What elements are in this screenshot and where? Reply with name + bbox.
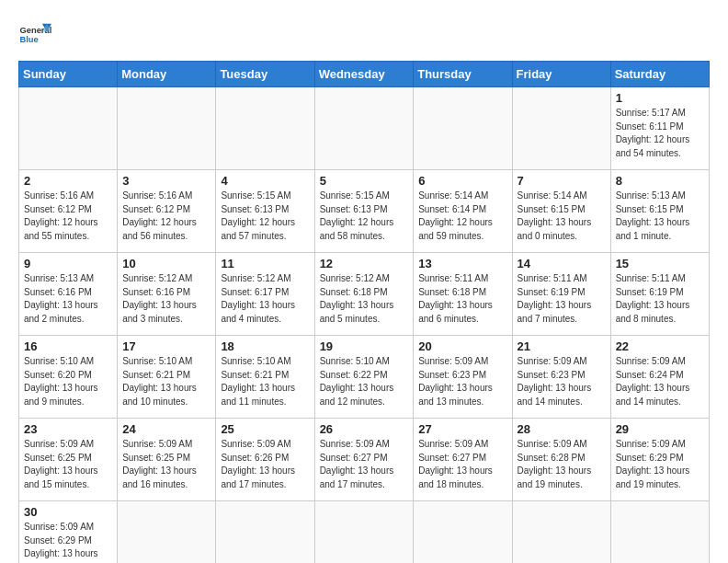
logo-icon: General Blue bbox=[18, 18, 51, 52]
day-info: Sunrise: 5:15 AM Sunset: 6:13 PM Dayligh… bbox=[221, 190, 309, 243]
day-info: Sunrise: 5:10 AM Sunset: 6:21 PM Dayligh… bbox=[221, 355, 309, 408]
day-number: 24 bbox=[122, 422, 210, 436]
calendar-week-row: 9Sunrise: 5:13 AM Sunset: 6:16 PM Daylig… bbox=[19, 253, 710, 336]
calendar-cell: 16Sunrise: 5:10 AM Sunset: 6:20 PM Dayli… bbox=[19, 336, 118, 419]
calendar-cell: 29Sunrise: 5:09 AM Sunset: 6:29 PM Dayli… bbox=[610, 419, 709, 501]
day-number: 29 bbox=[616, 422, 704, 436]
calendar-cell: 3Sunrise: 5:16 AM Sunset: 6:12 PM Daylig… bbox=[118, 170, 216, 253]
day-number: 12 bbox=[320, 257, 409, 270]
day-number: 15 bbox=[616, 257, 704, 270]
calendar-cell: 15Sunrise: 5:11 AM Sunset: 6:19 PM Dayli… bbox=[610, 253, 709, 336]
day-info: Sunrise: 5:09 AM Sunset: 6:29 PM Dayligh… bbox=[24, 521, 112, 563]
day-info: Sunrise: 5:10 AM Sunset: 6:21 PM Dayligh… bbox=[122, 355, 210, 408]
weekday-header-saturday: Saturday bbox=[610, 62, 709, 87]
calendar-week-row: 2Sunrise: 5:16 AM Sunset: 6:12 PM Daylig… bbox=[19, 170, 710, 253]
calendar-cell: 4Sunrise: 5:15 AM Sunset: 6:13 PM Daylig… bbox=[216, 170, 314, 253]
day-info: Sunrise: 5:15 AM Sunset: 6:13 PM Dayligh… bbox=[320, 190, 409, 243]
day-info: Sunrise: 5:11 AM Sunset: 6:19 PM Dayligh… bbox=[518, 272, 606, 326]
day-info: Sunrise: 5:12 AM Sunset: 6:18 PM Dayligh… bbox=[320, 272, 409, 326]
day-number: 9 bbox=[24, 257, 112, 270]
calendar-cell bbox=[19, 87, 118, 170]
calendar-cell: 9Sunrise: 5:13 AM Sunset: 6:16 PM Daylig… bbox=[19, 253, 118, 336]
calendar-cell: 8Sunrise: 5:13 AM Sunset: 6:15 PM Daylig… bbox=[610, 170, 709, 253]
calendar-cell bbox=[610, 501, 709, 564]
day-number: 28 bbox=[518, 422, 606, 436]
day-info: Sunrise: 5:11 AM Sunset: 6:19 PM Dayligh… bbox=[616, 272, 704, 326]
calendar-cell: 25Sunrise: 5:09 AM Sunset: 6:26 PM Dayli… bbox=[216, 419, 314, 501]
calendar-cell: 12Sunrise: 5:12 AM Sunset: 6:18 PM Dayli… bbox=[314, 253, 414, 336]
calendar-cell bbox=[414, 87, 512, 170]
day-number: 17 bbox=[122, 339, 210, 353]
day-number: 18 bbox=[221, 339, 309, 353]
calendar-cell: 30Sunrise: 5:09 AM Sunset: 6:29 PM Dayli… bbox=[19, 501, 118, 564]
calendar-cell bbox=[512, 501, 610, 564]
day-number: 5 bbox=[320, 174, 409, 188]
day-info: Sunrise: 5:13 AM Sunset: 6:15 PM Dayligh… bbox=[616, 190, 704, 243]
day-info: Sunrise: 5:09 AM Sunset: 6:29 PM Dayligh… bbox=[616, 438, 704, 491]
header: General Blue bbox=[18, 18, 710, 52]
calendar-cell: 7Sunrise: 5:14 AM Sunset: 6:15 PM Daylig… bbox=[512, 170, 610, 253]
day-number: 11 bbox=[221, 257, 309, 270]
calendar-cell: 13Sunrise: 5:11 AM Sunset: 6:18 PM Dayli… bbox=[414, 253, 512, 336]
calendar-cell: 19Sunrise: 5:10 AM Sunset: 6:22 PM Dayli… bbox=[314, 336, 414, 419]
day-info: Sunrise: 5:09 AM Sunset: 6:27 PM Dayligh… bbox=[418, 438, 506, 491]
day-number: 2 bbox=[24, 174, 112, 188]
day-number: 22 bbox=[616, 339, 704, 353]
calendar-cell: 22Sunrise: 5:09 AM Sunset: 6:24 PM Dayli… bbox=[610, 336, 709, 419]
day-info: Sunrise: 5:12 AM Sunset: 6:17 PM Dayligh… bbox=[221, 272, 309, 326]
day-number: 13 bbox=[418, 257, 506, 270]
logo: General Blue bbox=[18, 18, 51, 52]
day-info: Sunrise: 5:09 AM Sunset: 6:23 PM Dayligh… bbox=[518, 355, 606, 408]
calendar-cell bbox=[118, 87, 216, 170]
calendar-cell: 11Sunrise: 5:12 AM Sunset: 6:17 PM Dayli… bbox=[216, 253, 314, 336]
day-info: Sunrise: 5:09 AM Sunset: 6:28 PM Dayligh… bbox=[518, 438, 606, 491]
day-info: Sunrise: 5:09 AM Sunset: 6:23 PM Dayligh… bbox=[418, 355, 506, 408]
calendar-week-row: 23Sunrise: 5:09 AM Sunset: 6:25 PM Dayli… bbox=[19, 419, 710, 501]
calendar-cell: 20Sunrise: 5:09 AM Sunset: 6:23 PM Dayli… bbox=[414, 336, 512, 419]
calendar-cell: 18Sunrise: 5:10 AM Sunset: 6:21 PM Dayli… bbox=[216, 336, 314, 419]
calendar-cell: 26Sunrise: 5:09 AM Sunset: 6:27 PM Dayli… bbox=[314, 419, 414, 501]
day-number: 6 bbox=[418, 174, 506, 188]
calendar-week-row: 16Sunrise: 5:10 AM Sunset: 6:20 PM Dayli… bbox=[19, 336, 710, 419]
calendar-cell bbox=[216, 87, 314, 170]
calendar-cell bbox=[314, 87, 414, 170]
day-info: Sunrise: 5:10 AM Sunset: 6:20 PM Dayligh… bbox=[24, 355, 112, 408]
day-number: 20 bbox=[418, 339, 506, 353]
day-info: Sunrise: 5:12 AM Sunset: 6:16 PM Dayligh… bbox=[122, 272, 210, 326]
calendar-cell: 5Sunrise: 5:15 AM Sunset: 6:13 PM Daylig… bbox=[314, 170, 414, 253]
day-number: 27 bbox=[418, 422, 506, 436]
day-info: Sunrise: 5:09 AM Sunset: 6:27 PM Dayligh… bbox=[320, 438, 409, 491]
day-info: Sunrise: 5:09 AM Sunset: 6:24 PM Dayligh… bbox=[616, 355, 704, 408]
day-number: 23 bbox=[24, 422, 112, 436]
day-number: 1 bbox=[616, 91, 704, 105]
weekday-header-tuesday: Tuesday bbox=[216, 62, 314, 87]
calendar: SundayMondayTuesdayWednesdayThursdayFrid… bbox=[18, 61, 710, 563]
calendar-cell: 2Sunrise: 5:16 AM Sunset: 6:12 PM Daylig… bbox=[19, 170, 118, 253]
day-number: 25 bbox=[221, 422, 309, 436]
day-number: 30 bbox=[24, 505, 112, 519]
day-number: 26 bbox=[320, 422, 409, 436]
day-number: 8 bbox=[616, 174, 704, 188]
day-info: Sunrise: 5:16 AM Sunset: 6:12 PM Dayligh… bbox=[122, 190, 210, 243]
calendar-cell: 27Sunrise: 5:09 AM Sunset: 6:27 PM Dayli… bbox=[414, 419, 512, 501]
day-info: Sunrise: 5:13 AM Sunset: 6:16 PM Dayligh… bbox=[24, 272, 112, 326]
day-number: 3 bbox=[122, 174, 210, 188]
calendar-cell bbox=[118, 501, 216, 564]
day-info: Sunrise: 5:11 AM Sunset: 6:18 PM Dayligh… bbox=[418, 272, 506, 326]
day-number: 16 bbox=[24, 339, 112, 353]
calendar-cell bbox=[512, 87, 610, 170]
svg-text:Blue: Blue bbox=[19, 35, 38, 44]
weekday-header-thursday: Thursday bbox=[414, 62, 512, 87]
calendar-cell: 10Sunrise: 5:12 AM Sunset: 6:16 PM Dayli… bbox=[118, 253, 216, 336]
day-number: 4 bbox=[221, 174, 309, 188]
calendar-cell bbox=[314, 501, 414, 564]
day-info: Sunrise: 5:14 AM Sunset: 6:15 PM Dayligh… bbox=[518, 190, 606, 243]
calendar-cell: 6Sunrise: 5:14 AM Sunset: 6:14 PM Daylig… bbox=[414, 170, 512, 253]
calendar-cell bbox=[414, 501, 512, 564]
calendar-cell: 21Sunrise: 5:09 AM Sunset: 6:23 PM Dayli… bbox=[512, 336, 610, 419]
day-info: Sunrise: 5:09 AM Sunset: 6:26 PM Dayligh… bbox=[221, 438, 309, 491]
day-info: Sunrise: 5:14 AM Sunset: 6:14 PM Dayligh… bbox=[418, 190, 506, 243]
calendar-cell: 14Sunrise: 5:11 AM Sunset: 6:19 PM Dayli… bbox=[512, 253, 610, 336]
calendar-cell: 23Sunrise: 5:09 AM Sunset: 6:25 PM Dayli… bbox=[19, 419, 118, 501]
calendar-cell: 24Sunrise: 5:09 AM Sunset: 6:25 PM Dayli… bbox=[118, 419, 216, 501]
